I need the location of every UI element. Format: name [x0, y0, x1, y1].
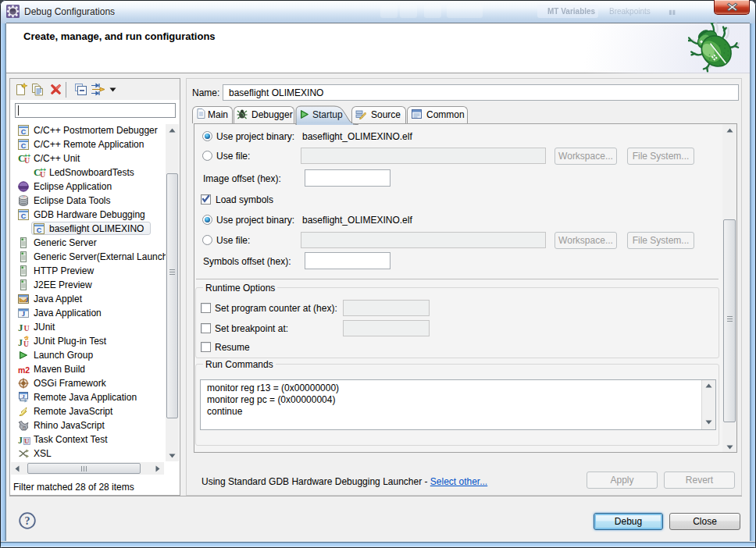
svg-text:J: J — [26, 297, 29, 304]
svg-text:m2: m2 — [18, 365, 30, 375]
svg-text:U: U — [23, 340, 29, 347]
svg-text:J: J — [18, 337, 23, 347]
svg-text:++: ++ — [40, 167, 46, 173]
svg-text:++: ++ — [24, 153, 30, 158]
svg-text:U: U — [24, 324, 30, 333]
svg-text:C: C — [21, 142, 27, 150]
svg-text:C: C — [21, 128, 27, 136]
svg-text:J: J — [18, 435, 23, 446]
svg-text:C: C — [21, 212, 27, 220]
svg-text:J: J — [22, 310, 26, 318]
svg-text:C: C — [37, 226, 42, 234]
svg-text:U: U — [24, 437, 30, 445]
svg-text:9: 9 — [23, 427, 25, 430]
svg-text:?: ? — [25, 515, 30, 527]
svg-text:J: J — [22, 393, 25, 400]
svg-text:J: J — [18, 322, 23, 333]
